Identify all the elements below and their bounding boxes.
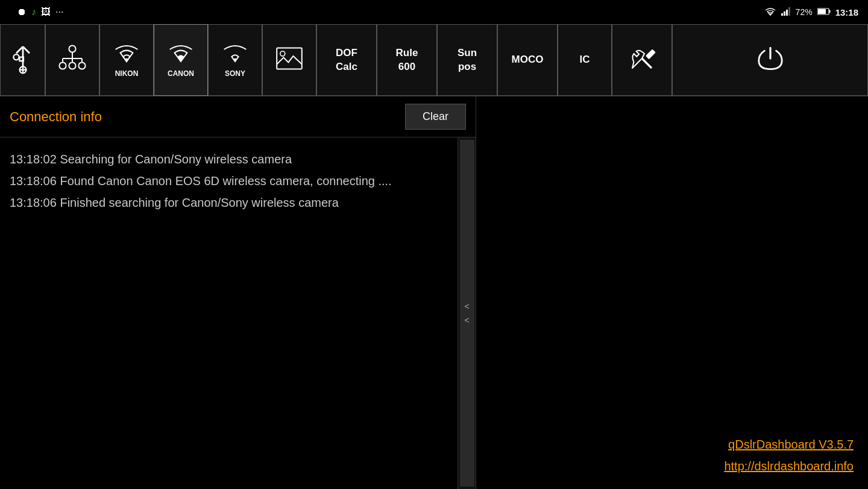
toolbar-btn-network[interactable] (45, 24, 99, 96)
toolbar-btn-power[interactable] (672, 24, 868, 96)
svg-rect-5 (829, 10, 830, 13)
svg-point-10 (13, 54, 19, 60)
app-url-link[interactable]: http://dslrdashboard.info (724, 455, 854, 477)
log-content[interactable]: 13:18:02 Searching for Canon/Sony wirele… (0, 137, 458, 489)
svg-rect-3 (788, 7, 790, 16)
time-display: 13:18 (835, 7, 858, 17)
canon-wifi-icon (166, 42, 195, 67)
toolbar-btn-gallery[interactable] (262, 24, 316, 96)
svg-rect-24 (277, 48, 302, 69)
svg-rect-11 (19, 57, 23, 60)
panel-header: Connection info Clear (0, 96, 476, 137)
gallery-icon (275, 44, 304, 76)
dof-label: DOFCalc (336, 46, 357, 73)
svg-point-16 (59, 62, 66, 69)
svg-rect-0 (781, 13, 783, 16)
svg-line-9 (23, 46, 30, 53)
wifi-status-icon (764, 7, 776, 17)
battery-percent: 72% (796, 7, 813, 17)
svg-point-25 (280, 51, 285, 56)
svg-rect-1 (784, 11, 785, 16)
status-bar: ⏺ ♪ 🖼 ··· 72% 13:18 (0, 0, 868, 24)
scroll-track[interactable]: < < (460, 140, 474, 487)
notification-icons: ⏺ ♪ 🖼 ··· (10, 7, 63, 17)
signal-icon (781, 7, 791, 17)
ic-label: IC (580, 54, 590, 66)
sunpos-label: Sunpos (458, 46, 477, 73)
rule600-label: Rule600 (396, 46, 418, 73)
svg-rect-6 (818, 9, 826, 14)
log-area: 13:18:02 Searching for Canon/Sony wirele… (0, 137, 476, 489)
app-info: qDslrDashboard V3.5.7 http://dslrdashboa… (724, 434, 854, 477)
svg-point-15 (69, 45, 75, 52)
toolbar-btn-nikon[interactable]: NIKON (99, 24, 154, 96)
svg-line-26 (642, 58, 652, 68)
toolbar-btn-sony[interactable]: SONY (208, 24, 262, 96)
power-icon (756, 44, 785, 76)
canon-label: CANON (168, 69, 194, 78)
toolbar-btn-rule600[interactable]: Rule600 (377, 24, 437, 96)
svg-point-18 (78, 62, 85, 69)
svg-rect-2 (786, 10, 788, 16)
main-content: Connection info Clear 13:18:02 Searching… (0, 96, 868, 489)
svg-point-17 (69, 62, 75, 69)
nikon-wifi-icon (112, 42, 141, 67)
sony-wifi-icon (221, 42, 250, 67)
toolbar: NIKON CANON SONY (0, 24, 868, 96)
tools-icon (627, 44, 656, 76)
right-panel: qDslrDashboard V3.5.7 http://dslrdashboa… (476, 96, 868, 489)
toolbar-btn-moco[interactable]: MOCO (497, 24, 558, 96)
app-name-link[interactable]: qDslrDashboard V3.5.7 (724, 434, 854, 455)
network-icon (58, 44, 87, 76)
scrollbar[interactable]: < < (458, 137, 476, 489)
toolbar-btn-dof[interactable]: DOFCalc (316, 24, 377, 96)
toolbar-btn-sunpos[interactable]: Sunpos (437, 24, 497, 96)
toolbar-btn-usb[interactable] (0, 24, 45, 96)
clear-button[interactable]: Clear (405, 104, 466, 130)
sony-label: SONY (225, 69, 245, 78)
nikon-label: NIKON (115, 69, 139, 78)
usb-icon (11, 42, 35, 78)
toolbar-btn-canon[interactable]: CANON (154, 24, 208, 96)
connection-info-title: Connection info (10, 109, 102, 125)
toolbar-btn-tools[interactable] (612, 24, 672, 96)
moco-label: MOCO (512, 54, 544, 66)
svg-rect-27 (646, 49, 656, 59)
battery-icon (817, 7, 831, 17)
toolbar-btn-ic[interactable]: IC (558, 24, 612, 96)
svg-line-8 (16, 46, 23, 53)
left-panel: Connection info Clear 13:18:02 Searching… (0, 96, 476, 489)
collapse-arrows[interactable]: < < (464, 300, 469, 327)
